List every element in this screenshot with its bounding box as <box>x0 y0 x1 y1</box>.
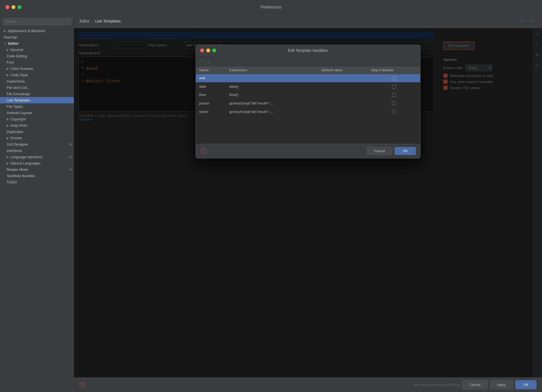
cell-skip[interactable] <box>368 82 420 91</box>
sidebar-item-appearance[interactable]: ▶ Appearance & Behavior <box>0 28 74 34</box>
sidebar-item-keymap[interactable]: Keymap <box>0 34 74 40</box>
sidebar-item-todo[interactable]: TODO <box>0 179 74 185</box>
table-row[interactable]: date date() <box>196 82 420 91</box>
skip-checkbox[interactable] <box>392 101 396 105</box>
move-up-button[interactable]: ↑ <box>200 58 204 64</box>
cell-skip[interactable] <box>368 74 420 83</box>
main-layout: ▶ Appearance & Behavior Keymap ▼ Editor … <box>0 14 542 392</box>
modal-ok-button[interactable]: OK <box>395 147 416 155</box>
cell-expression: time() <box>226 91 318 99</box>
modal-close-button[interactable] <box>200 49 204 52</box>
help-icon[interactable]: ? <box>80 382 86 388</box>
cell-skip[interactable] <box>368 99 420 107</box>
sidebar-item-android-layouts[interactable]: Android Layouts <box>0 110 74 116</box>
ok-button[interactable]: OK <box>515 380 537 389</box>
cell-expression: groovyScript("def result='';... <box>226 99 318 107</box>
expand-icon: ▶ <box>7 124 9 127</box>
bottom-bar: ? https://blog.csdn.net/qq_40977118 Canc… <box>74 377 542 392</box>
header-actions: ← → <box>519 18 537 24</box>
table-row[interactable]: time time() <box>196 91 420 99</box>
title-bar: Preferences <box>0 0 542 14</box>
sidebar-item-gui-designer[interactable]: GUI Designer ⊞ <box>0 141 74 147</box>
minimize-button[interactable] <box>12 5 15 9</box>
cell-skip[interactable] <box>368 107 420 116</box>
modal-titlebar: Edit Template Variables <box>196 45 420 56</box>
expand-icon: ▶ <box>7 73 9 76</box>
sidebar-item-color-scheme[interactable]: ▶ Color Scheme <box>0 66 74 72</box>
skip-checkbox[interactable] <box>392 110 396 114</box>
sidebar-item-inspections[interactable]: Inspections <box>0 78 74 84</box>
apply-button[interactable]: Apply <box>490 380 513 389</box>
cell-expression: groovyScript("def result='';... <box>226 107 318 116</box>
skip-checkbox[interactable] <box>392 93 396 97</box>
window-title: Preferences <box>261 5 281 9</box>
sidebar-item-code-editing[interactable]: Code Editing <box>0 53 74 59</box>
cell-default-value <box>318 82 368 91</box>
sidebar-item-file-and-cod[interactable]: File and Cod... <box>0 84 74 91</box>
close-button[interactable] <box>5 5 9 9</box>
modal-overlay: Edit Template Variables ↑ ↓ Name <box>74 28 542 377</box>
sidebar-item-natural-languages[interactable]: ▶ Natural Languages <box>0 160 74 166</box>
cell-default-value <box>318 107 368 116</box>
sidebar-item-language-injections[interactable]: ▶ Language Injections ⊞ <box>0 154 74 160</box>
modal-help-icon[interactable]: ? <box>200 148 206 154</box>
sidebar-item-file-types[interactable]: File Types <box>0 103 74 110</box>
sidebar-item-general[interactable]: ▶ General <box>0 47 74 53</box>
modal-cancel-button[interactable]: Cancel <box>367 147 392 155</box>
cell-skip[interactable] <box>368 91 420 99</box>
expand-icon: ▶ <box>7 137 9 140</box>
sidebar-item-live-templates[interactable]: Live Templates <box>0 97 74 103</box>
cell-default-value <box>318 74 368 83</box>
table-row[interactable]: end <box>196 74 420 83</box>
sidebar-item-font[interactable]: Font <box>0 59 74 66</box>
modal-max-button[interactable] <box>212 49 216 52</box>
search-input[interactable] <box>3 18 71 25</box>
cell-name: date <box>196 82 226 91</box>
cancel-button[interactable]: Cancel <box>462 380 487 389</box>
content-header: Editor › Live Templates ← → <box>74 14 542 28</box>
cell-name: return <box>196 107 226 116</box>
badge-icon: ⊞ <box>69 155 72 158</box>
sidebar-item-copyright[interactable]: ▶ Copyright <box>0 116 74 122</box>
forward-icon[interactable]: → <box>529 18 537 24</box>
back-icon[interactable]: ← <box>519 18 527 24</box>
edit-template-variables-modal: Edit Template Variables ↑ ↓ Name <box>196 45 420 158</box>
table-row[interactable]: return groovyScript("def result='';... <box>196 107 420 116</box>
move-down-button[interactable]: ↓ <box>207 58 211 64</box>
sidebar-item-reader-mode[interactable]: Reader Mode ⊞ <box>0 166 74 173</box>
cell-default-value <box>318 99 368 107</box>
modal-body-area <box>196 116 420 144</box>
variables-table: Name Expression Default value Skip if de… <box>196 66 420 116</box>
expand-icon: ▶ <box>7 162 9 165</box>
breadcrumb-current: Live Templates <box>95 19 121 23</box>
maximize-button[interactable] <box>18 5 21 9</box>
sidebar-item-intentions[interactable]: Intentions <box>0 147 74 154</box>
breadcrumb-separator: › <box>92 19 93 23</box>
sidebar-item-editor[interactable]: ▼ Editor <box>0 40 74 47</box>
sidebar-item-code-style[interactable]: ▶ Code Style <box>0 72 74 78</box>
sidebar-item-emmet[interactable]: ▶ Emmet <box>0 135 74 141</box>
modal-window-controls <box>200 49 216 52</box>
content-area: Editor › Live Templates ← → Abbreviation… <box>74 14 542 392</box>
table-row[interactable]: param groovyScript("def result='';... <box>196 99 420 107</box>
modal-footer-buttons: Cancel OK <box>367 147 416 155</box>
expand-icon: ▼ <box>4 42 7 45</box>
cell-expression: date() <box>226 82 318 91</box>
sidebar-item-file-encodings[interactable]: File Encodings <box>0 91 74 97</box>
breadcrumb-parent: Editor <box>80 19 90 23</box>
col-skip-if-defined: Skip if defined <box>368 66 420 74</box>
badge-icon: ⊞ <box>69 168 72 171</box>
skip-checkbox[interactable] <box>392 85 396 89</box>
sidebar-item-duplicates[interactable]: Duplicates <box>0 129 74 135</box>
sidebar: ▶ Appearance & Behavior Keymap ▼ Editor … <box>0 14 74 392</box>
cell-name: time <box>196 91 226 99</box>
modal-min-button[interactable] <box>206 49 210 52</box>
col-default-value: Default value <box>318 66 368 74</box>
window-controls <box>5 5 21 9</box>
col-name: Name <box>196 66 226 74</box>
bottom-actions: Cancel Apply OK <box>462 380 537 389</box>
sidebar-item-textmate-bundles[interactable]: TextMate Bundles <box>0 173 74 179</box>
skip-checkbox[interactable] <box>392 76 396 80</box>
sidebar-item-inlay-hints[interactable]: ▶ Inlay Hints <box>0 122 74 129</box>
cell-expression <box>226 74 318 83</box>
